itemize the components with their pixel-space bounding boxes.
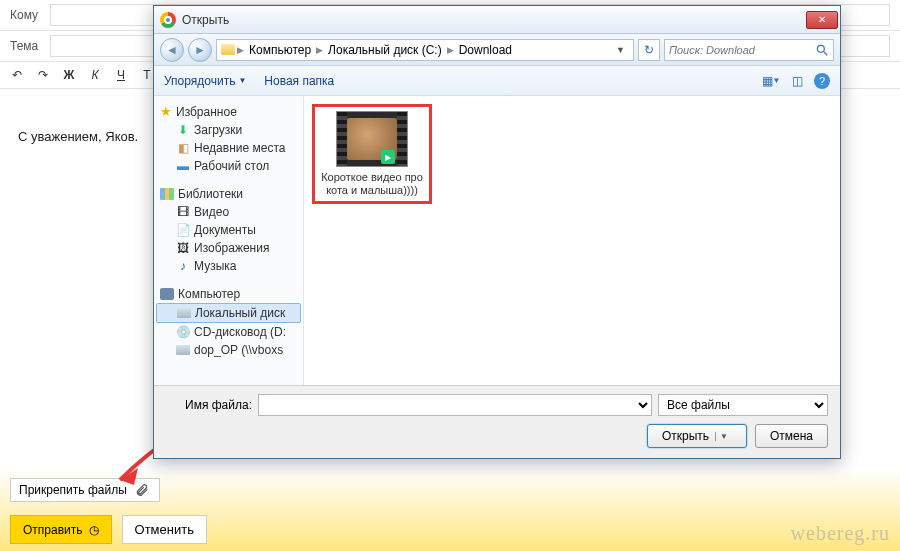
to-label: Кому — [10, 8, 50, 22]
computer-icon — [160, 288, 174, 300]
filter-select[interactable]: Все файлы — [658, 394, 828, 416]
nav-pictures[interactable]: 🖼Изображения — [154, 239, 303, 257]
chevron-down-icon[interactable]: ▼ — [715, 432, 732, 441]
chrome-icon — [160, 12, 176, 28]
recent-icon: ◧ — [176, 142, 190, 154]
attach-files-button[interactable]: Прикрепить файлы — [10, 478, 160, 502]
nav-downloads[interactable]: ⬇Загрузки — [154, 121, 303, 139]
underline-button[interactable]: Ч — [114, 68, 128, 82]
nav-videos[interactable]: 🎞Видео — [154, 203, 303, 221]
dialog-nav: ◄ ► ▶ Компьютер ▶ Локальный диск (C:) ▶ … — [154, 34, 840, 66]
folder-icon — [221, 44, 235, 55]
navigation-pane[interactable]: ★Избранное ⬇Загрузки ◧Недавние места ▬Ра… — [154, 96, 304, 385]
organize-menu[interactable]: Упорядочить ▼ — [164, 74, 246, 88]
breadcrumb-disk[interactable]: Локальный диск (C:) — [325, 43, 445, 57]
attach-label: Прикрепить файлы — [19, 483, 127, 497]
forward-button[interactable]: ► — [188, 38, 212, 62]
network-disk-icon — [176, 345, 190, 355]
search-input[interactable] — [669, 44, 815, 56]
star-icon: ★ — [160, 104, 172, 119]
view-mode-icon[interactable]: ▦ ▼ — [762, 73, 780, 89]
dialog-titlebar[interactable]: Открыть ✕ — [154, 6, 840, 34]
cd-icon: 💿 — [176, 326, 190, 338]
filter-combo[interactable]: Все файлы — [658, 394, 828, 416]
file-name: Короткое видео про кота и малыша)))) — [319, 171, 425, 197]
new-folder-button[interactable]: Новая папка — [264, 74, 334, 88]
video-icon: 🎞 — [176, 206, 190, 218]
file-list-pane[interactable]: ▶ Короткое видео про кота и малыша)))) — [304, 96, 840, 385]
play-icon: ▶ — [381, 150, 395, 164]
dialog-title: Открыть — [182, 13, 806, 27]
dialog-cancel-button[interactable]: Отмена — [755, 424, 828, 448]
paperclip-icon — [133, 483, 151, 497]
dialog-footer: Имя файла: Все файлы Открыть▼ Отмена — [154, 385, 840, 458]
bold-button[interactable]: Ж — [62, 68, 76, 82]
nav-desktop[interactable]: ▬Рабочий стол — [154, 157, 303, 175]
svg-point-1 — [817, 45, 824, 52]
breadcrumb-computer[interactable]: Компьютер — [246, 43, 314, 57]
strike-button[interactable]: Т — [140, 68, 154, 82]
back-button[interactable]: ◄ — [160, 38, 184, 62]
breadcrumb-folder[interactable]: Download — [456, 43, 515, 57]
chevron-down-icon[interactable]: ▼ — [612, 45, 629, 55]
libraries-icon — [160, 188, 174, 200]
preview-pane-icon[interactable]: ◫ — [788, 73, 806, 89]
help-icon[interactable]: ? — [814, 73, 830, 89]
italic-button[interactable]: К — [88, 68, 102, 82]
nav-local-disk[interactable]: Локальный диск — [156, 303, 301, 323]
compose-actions: Отправить ◷ Отменить — [10, 515, 207, 544]
music-icon: ♪ — [176, 260, 190, 272]
undo-icon[interactable]: ↶ — [10, 68, 24, 82]
open-button[interactable]: Открыть▼ — [647, 424, 747, 448]
nav-recent[interactable]: ◧Недавние места — [154, 139, 303, 157]
redo-icon[interactable]: ↷ — [36, 68, 50, 82]
nav-libraries[interactable]: Библиотеки — [154, 185, 303, 203]
subject-label: Тема — [10, 39, 50, 53]
dialog-body: ★Избранное ⬇Загрузки ◧Недавние места ▬Ра… — [154, 96, 840, 385]
close-icon[interactable]: ✕ — [806, 11, 838, 29]
command-bar: Упорядочить ▼ Новая папка ▦ ▼ ◫ ? — [154, 66, 840, 96]
compose-cancel-button[interactable]: Отменить — [122, 515, 207, 544]
desktop-icon: ▬ — [176, 160, 190, 172]
filename-input[interactable] — [258, 394, 652, 416]
file-open-dialog: Открыть ✕ ◄ ► ▶ Компьютер ▶ Локальный ди… — [153, 5, 841, 459]
file-item-video[interactable]: ▶ Короткое видео про кота и малыша)))) — [312, 104, 432, 204]
filename-label: Имя файла: — [166, 398, 252, 412]
chevron-right-icon: ▶ — [447, 45, 454, 55]
video-thumbnail: ▶ — [336, 111, 408, 167]
document-icon: 📄 — [176, 224, 190, 236]
send-button[interactable]: Отправить ◷ — [10, 515, 112, 544]
pictures-icon: 🖼 — [176, 242, 190, 254]
nav-cd-drive[interactable]: 💿CD-дисковод (D: — [154, 323, 303, 341]
disk-icon — [177, 308, 191, 318]
search-icon — [815, 43, 829, 57]
clock-icon: ◷ — [89, 523, 99, 537]
refresh-button[interactable]: ↻ — [638, 39, 660, 61]
chevron-right-icon: ▶ — [316, 45, 323, 55]
svg-line-2 — [824, 51, 828, 55]
search-box[interactable] — [664, 39, 834, 61]
chevron-right-icon: ▶ — [237, 45, 244, 55]
watermark: webereg.ru — [791, 522, 890, 545]
nav-documents[interactable]: 📄Документы — [154, 221, 303, 239]
downloads-icon: ⬇ — [176, 124, 190, 136]
nav-computer[interactable]: Компьютер — [154, 285, 303, 303]
filename-combo[interactable] — [258, 394, 652, 416]
nav-favorites[interactable]: ★Избранное — [154, 102, 303, 121]
breadcrumb[interactable]: ▶ Компьютер ▶ Локальный диск (C:) ▶ Down… — [216, 39, 634, 61]
nav-network-drive[interactable]: dop_OP (\\vboxs — [154, 341, 303, 359]
nav-music[interactable]: ♪Музыка — [154, 257, 303, 275]
